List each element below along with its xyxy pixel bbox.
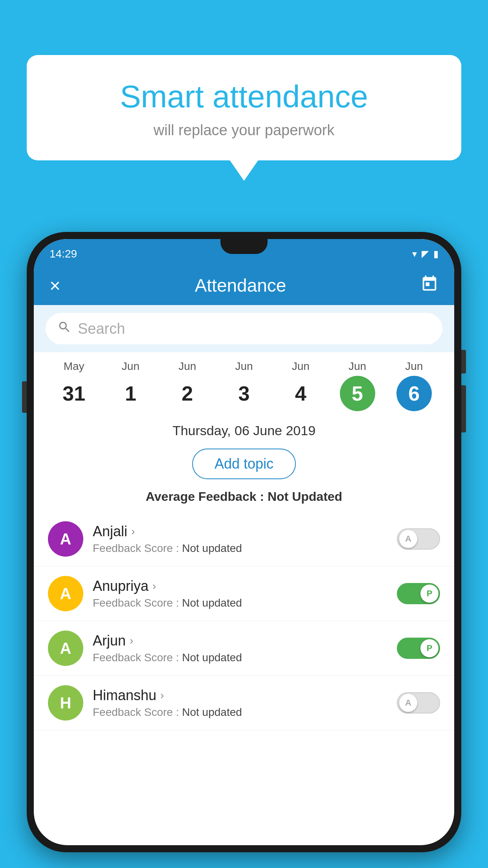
- student-name: Himanshu ›: [93, 687, 387, 704]
- student-avatar: A: [48, 576, 83, 611]
- close-button[interactable]: ×: [50, 275, 61, 296]
- chevron-icon: ›: [160, 689, 164, 702]
- chevron-icon: ›: [130, 634, 133, 647]
- status-icons: ▾ ◤ ▮: [412, 248, 438, 259]
- student-item[interactable]: AAnjali ›Feedback Score : Not updatedA: [34, 512, 454, 566]
- speech-bubble-container: Smart attendance will replace your paper…: [27, 55, 461, 160]
- calendar-strip: May31Jun1Jun2Jun3Jun4Jun5Jun6: [34, 352, 454, 415]
- side-button-right-2: [461, 385, 466, 432]
- add-topic-button[interactable]: Add topic: [192, 449, 296, 479]
- phone-notch: [220, 239, 268, 254]
- status-time: 14:29: [50, 248, 77, 260]
- student-name: Anjali ›: [93, 523, 387, 540]
- toggle-knob: P: [420, 639, 438, 657]
- day-number: 4: [283, 376, 318, 411]
- student-feedback: Feedback Score : Not updated: [93, 706, 387, 719]
- calendar-day[interactable]: Jun5: [334, 360, 381, 411]
- chevron-icon: ›: [131, 525, 135, 538]
- student-name: Anupriya ›: [93, 578, 387, 594]
- day-number: 2: [170, 376, 205, 411]
- app-header: × Attendance: [34, 266, 454, 305]
- calendar-day[interactable]: Jun3: [220, 360, 268, 411]
- day-month: May: [64, 360, 84, 373]
- day-month: Jun: [122, 360, 139, 373]
- student-feedback: Feedback Score : Not updated: [93, 542, 387, 555]
- student-info: Himanshu ›Feedback Score : Not updated: [93, 687, 387, 719]
- student-avatar: A: [48, 631, 83, 666]
- avg-feedback-value: Not Updated: [268, 489, 342, 504]
- selected-date: Thursday, 06 June 2019: [172, 423, 316, 438]
- day-number: 3: [226, 376, 262, 411]
- student-item[interactable]: AArjun ›Feedback Score : Not updatedP: [34, 621, 454, 676]
- student-feedback: Feedback Score : Not updated: [93, 651, 387, 664]
- day-number: 5: [340, 376, 375, 411]
- toggle-knob: A: [399, 530, 417, 548]
- day-number: 31: [56, 376, 92, 411]
- student-info: Anupriya ›Feedback Score : Not updated: [93, 578, 387, 609]
- avg-feedback-label: Average Feedback :: [146, 489, 264, 504]
- avg-feedback: Average Feedback : Not Updated: [34, 485, 454, 512]
- calendar-day[interactable]: Jun6: [391, 360, 438, 411]
- day-number: 1: [113, 376, 148, 411]
- attendance-toggle[interactable]: A: [397, 692, 440, 714]
- student-list: AAnjali ›Feedback Score : Not updatedAAA…: [34, 512, 454, 730]
- calendar-day[interactable]: May31: [50, 360, 97, 411]
- side-button-right-1: [461, 350, 466, 373]
- date-info: Thursday, 06 June 2019: [34, 415, 454, 442]
- day-number: 6: [396, 376, 432, 411]
- attendance-toggle[interactable]: P: [397, 583, 440, 604]
- student-avatar: A: [48, 521, 83, 557]
- day-month: Jun: [178, 360, 196, 373]
- bubble-title: Smart attendance: [46, 79, 442, 115]
- phone-screen: 14:29 ▾ ◤ ▮ × Attendance: [34, 239, 454, 845]
- wifi-icon: ▾: [412, 248, 417, 259]
- add-topic-container: Add topic: [34, 442, 454, 485]
- phone-frame: 14:29 ▾ ◤ ▮ × Attendance: [27, 232, 461, 852]
- day-month: Jun: [292, 360, 310, 373]
- student-item[interactable]: AAnupriya ›Feedback Score : Not updatedP: [34, 566, 454, 621]
- student-info: Arjun ›Feedback Score : Not updated: [93, 633, 387, 664]
- bubble-subtitle: will replace your paperwork: [46, 122, 442, 139]
- student-name: Arjun ›: [93, 633, 387, 649]
- toggle-knob: A: [399, 694, 417, 712]
- student-info: Anjali ›Feedback Score : Not updated: [93, 523, 387, 555]
- search-icon: [57, 320, 72, 338]
- day-month: Jun: [349, 360, 366, 373]
- calendar-day[interactable]: Jun4: [277, 360, 324, 411]
- signal-icon: ◤: [422, 248, 429, 259]
- header-title: Attendance: [195, 275, 286, 296]
- speech-bubble: Smart attendance will replace your paper…: [27, 55, 461, 160]
- calendar-day[interactable]: Jun1: [107, 360, 154, 411]
- calendar-icon[interactable]: [420, 275, 438, 296]
- search-container: Search: [34, 305, 454, 352]
- battery-icon: ▮: [433, 248, 438, 259]
- side-button-left: [22, 381, 27, 413]
- day-month: Jun: [405, 360, 423, 373]
- search-placeholder: Search: [78, 320, 125, 337]
- student-item[interactable]: HHimanshu ›Feedback Score : Not updatedA: [34, 676, 454, 730]
- calendar-day[interactable]: Jun2: [164, 360, 211, 411]
- attendance-toggle[interactable]: P: [397, 638, 440, 659]
- student-avatar: H: [48, 685, 83, 721]
- search-bar[interactable]: Search: [46, 313, 442, 344]
- toggle-knob: P: [420, 585, 438, 603]
- chevron-icon: ›: [152, 580, 156, 592]
- student-feedback: Feedback Score : Not updated: [93, 597, 387, 609]
- attendance-toggle[interactable]: A: [397, 528, 440, 550]
- day-month: Jun: [235, 360, 253, 373]
